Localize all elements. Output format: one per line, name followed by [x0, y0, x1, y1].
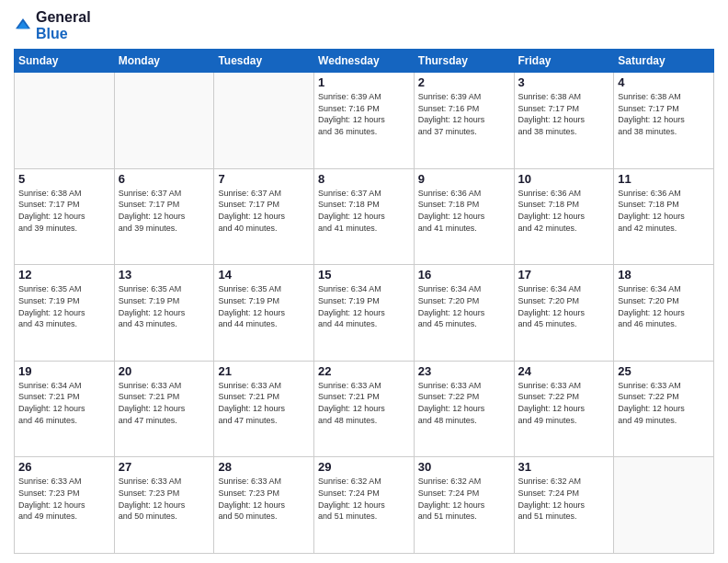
calendar-cell: 3Sunrise: 6:38 AMSunset: 7:17 PMDaylight…	[514, 73, 614, 169]
calendar-cell: 26Sunrise: 6:33 AMSunset: 7:23 PMDayligh…	[15, 457, 115, 554]
calendar-cell: 14Sunrise: 6:35 AMSunset: 7:19 PMDayligh…	[214, 265, 314, 362]
calendar-cell: 6Sunrise: 6:37 AMSunset: 7:17 PMDaylight…	[114, 168, 214, 265]
day-number: 2	[418, 75, 510, 89]
week-row-1: 1Sunrise: 6:39 AMSunset: 7:16 PMDaylight…	[15, 73, 714, 169]
day-number: 30	[418, 460, 510, 474]
day-number: 26	[18, 460, 110, 474]
calendar-cell: 17Sunrise: 6:34 AMSunset: 7:20 PMDayligh…	[514, 265, 614, 362]
header: General Blue	[14, 9, 714, 41]
calendar-cell: 1Sunrise: 6:39 AMSunset: 7:16 PMDaylight…	[314, 73, 415, 169]
calendar-cell: 5Sunrise: 6:38 AMSunset: 7:17 PMDaylight…	[15, 168, 115, 265]
calendar-cell: 13Sunrise: 6:35 AMSunset: 7:19 PMDayligh…	[114, 265, 214, 362]
day-info: Sunrise: 6:38 AMSunset: 7:17 PMDaylight:…	[618, 91, 710, 137]
day-number: 29	[318, 460, 410, 474]
logo: General Blue	[14, 9, 91, 41]
day-number: 27	[119, 460, 210, 474]
day-info: Sunrise: 6:32 AMSunset: 7:24 PMDaylight:…	[518, 476, 610, 522]
day-info: Sunrise: 6:33 AMSunset: 7:21 PMDaylight:…	[119, 380, 210, 426]
day-number: 5	[18, 172, 110, 186]
weekday-header-thursday: Thursday	[414, 50, 514, 73]
weekday-header-sunday: Sunday	[15, 50, 115, 73]
calendar-cell: 30Sunrise: 6:32 AMSunset: 7:24 PMDayligh…	[414, 457, 514, 554]
calendar-cell: 28Sunrise: 6:33 AMSunset: 7:23 PMDayligh…	[214, 457, 314, 554]
day-info: Sunrise: 6:35 AMSunset: 7:19 PMDaylight:…	[119, 283, 210, 329]
day-number: 15	[318, 268, 410, 282]
day-number: 21	[218, 364, 310, 378]
calendar-cell: 20Sunrise: 6:33 AMSunset: 7:21 PMDayligh…	[114, 361, 214, 457]
day-info: Sunrise: 6:36 AMSunset: 7:18 PMDaylight:…	[518, 188, 610, 234]
day-number: 28	[218, 460, 310, 474]
day-number: 17	[518, 268, 610, 282]
day-info: Sunrise: 6:35 AMSunset: 7:19 PMDaylight:…	[218, 283, 310, 329]
day-number: 1	[318, 75, 410, 89]
calendar-cell: 18Sunrise: 6:34 AMSunset: 7:20 PMDayligh…	[614, 265, 714, 362]
calendar-cell: 23Sunrise: 6:33 AMSunset: 7:22 PMDayligh…	[414, 361, 514, 457]
calendar-cell: 22Sunrise: 6:33 AMSunset: 7:21 PMDayligh…	[314, 361, 415, 457]
day-number: 31	[518, 460, 610, 474]
day-info: Sunrise: 6:33 AMSunset: 7:23 PMDaylight:…	[119, 476, 210, 522]
day-info: Sunrise: 6:33 AMSunset: 7:23 PMDaylight:…	[218, 476, 310, 522]
calendar-cell: 25Sunrise: 6:33 AMSunset: 7:22 PMDayligh…	[614, 361, 714, 457]
day-info: Sunrise: 6:34 AMSunset: 7:20 PMDaylight:…	[418, 283, 510, 329]
day-number: 20	[119, 364, 210, 378]
day-number: 10	[518, 172, 610, 186]
calendar-cell	[15, 73, 115, 169]
calendar-cell	[614, 457, 714, 554]
day-number: 16	[418, 268, 510, 282]
calendar-cell: 29Sunrise: 6:32 AMSunset: 7:24 PMDayligh…	[314, 457, 415, 554]
day-info: Sunrise: 6:35 AMSunset: 7:19 PMDaylight:…	[18, 283, 110, 329]
weekday-header-tuesday: Tuesday	[214, 50, 314, 73]
calendar-cell	[114, 73, 214, 169]
day-number: 19	[18, 364, 110, 378]
week-row-5: 26Sunrise: 6:33 AMSunset: 7:23 PMDayligh…	[15, 457, 714, 554]
weekday-header-row: SundayMondayTuesdayWednesdayThursdayFrid…	[15, 50, 714, 73]
calendar-cell: 15Sunrise: 6:34 AMSunset: 7:19 PMDayligh…	[314, 265, 415, 362]
day-number: 4	[618, 75, 710, 89]
day-info: Sunrise: 6:33 AMSunset: 7:23 PMDaylight:…	[18, 476, 110, 522]
day-info: Sunrise: 6:39 AMSunset: 7:16 PMDaylight:…	[418, 91, 510, 137]
day-info: Sunrise: 6:34 AMSunset: 7:20 PMDaylight:…	[618, 283, 710, 329]
week-row-2: 5Sunrise: 6:38 AMSunset: 7:17 PMDaylight…	[15, 168, 714, 265]
calendar-cell: 7Sunrise: 6:37 AMSunset: 7:17 PMDaylight…	[214, 168, 314, 265]
day-number: 7	[218, 172, 310, 186]
calendar-cell: 31Sunrise: 6:32 AMSunset: 7:24 PMDayligh…	[514, 457, 614, 554]
day-info: Sunrise: 6:37 AMSunset: 7:18 PMDaylight:…	[318, 188, 410, 234]
day-number: 24	[518, 364, 610, 378]
day-info: Sunrise: 6:33 AMSunset: 7:22 PMDaylight:…	[518, 380, 610, 426]
calendar-cell: 16Sunrise: 6:34 AMSunset: 7:20 PMDayligh…	[414, 265, 514, 362]
calendar-cell: 11Sunrise: 6:36 AMSunset: 7:18 PMDayligh…	[614, 168, 714, 265]
day-number: 12	[18, 268, 110, 282]
day-number: 14	[218, 268, 310, 282]
calendar-cell: 27Sunrise: 6:33 AMSunset: 7:23 PMDayligh…	[114, 457, 214, 554]
weekday-header-wednesday: Wednesday	[314, 50, 415, 73]
calendar-cell	[214, 73, 314, 169]
day-info: Sunrise: 6:38 AMSunset: 7:17 PMDaylight:…	[518, 91, 610, 137]
logo-general: General	[36, 9, 91, 26]
day-info: Sunrise: 6:33 AMSunset: 7:21 PMDaylight:…	[318, 380, 410, 426]
week-row-3: 12Sunrise: 6:35 AMSunset: 7:19 PMDayligh…	[15, 265, 714, 362]
weekday-header-monday: Monday	[114, 50, 214, 73]
day-info: Sunrise: 6:36 AMSunset: 7:18 PMDaylight:…	[418, 188, 510, 234]
calendar-cell: 2Sunrise: 6:39 AMSunset: 7:16 PMDaylight…	[414, 73, 514, 169]
day-number: 3	[518, 75, 610, 89]
day-number: 22	[318, 364, 410, 378]
calendar-cell: 24Sunrise: 6:33 AMSunset: 7:22 PMDayligh…	[514, 361, 614, 457]
day-info: Sunrise: 6:37 AMSunset: 7:17 PMDaylight:…	[119, 188, 210, 234]
calendar-cell: 4Sunrise: 6:38 AMSunset: 7:17 PMDaylight…	[614, 73, 714, 169]
day-info: Sunrise: 6:33 AMSunset: 7:21 PMDaylight:…	[218, 380, 310, 426]
day-info: Sunrise: 6:34 AMSunset: 7:19 PMDaylight:…	[318, 283, 410, 329]
day-info: Sunrise: 6:36 AMSunset: 7:18 PMDaylight:…	[618, 188, 710, 234]
day-info: Sunrise: 6:39 AMSunset: 7:16 PMDaylight:…	[318, 91, 410, 137]
day-number: 11	[618, 172, 710, 186]
day-info: Sunrise: 6:33 AMSunset: 7:22 PMDaylight:…	[618, 380, 710, 426]
calendar-cell: 10Sunrise: 6:36 AMSunset: 7:18 PMDayligh…	[514, 168, 614, 265]
calendar-cell: 19Sunrise: 6:34 AMSunset: 7:21 PMDayligh…	[15, 361, 115, 457]
calendar-cell: 8Sunrise: 6:37 AMSunset: 7:18 PMDaylight…	[314, 168, 415, 265]
day-number: 25	[618, 364, 710, 378]
page: General Blue SundayMondayTuesdayWednesda…	[0, 0, 728, 563]
weekday-header-friday: Friday	[514, 50, 614, 73]
day-number: 8	[318, 172, 410, 186]
calendar-cell: 9Sunrise: 6:36 AMSunset: 7:18 PMDaylight…	[414, 168, 514, 265]
logo-blue: Blue	[36, 26, 91, 42]
calendar-cell: 12Sunrise: 6:35 AMSunset: 7:19 PMDayligh…	[15, 265, 115, 362]
